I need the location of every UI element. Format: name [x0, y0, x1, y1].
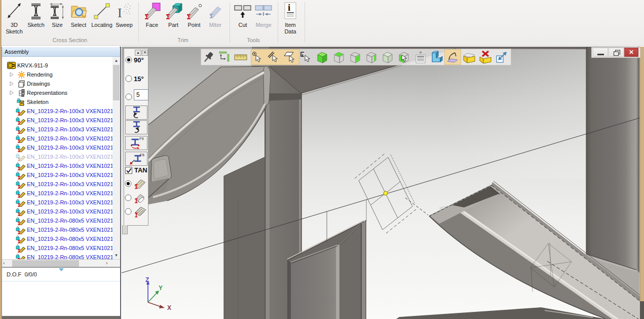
svg-text:i: i: [288, 2, 290, 13]
svg-text:I: I: [118, 6, 122, 20]
svg-text:F8: F8: [140, 153, 144, 157]
svg-text:Z: Z: [145, 276, 149, 283]
svg-text:X: X: [167, 304, 171, 311]
svg-text:F9: F9: [139, 136, 144, 141]
svg-text:Y: Y: [159, 285, 163, 292]
